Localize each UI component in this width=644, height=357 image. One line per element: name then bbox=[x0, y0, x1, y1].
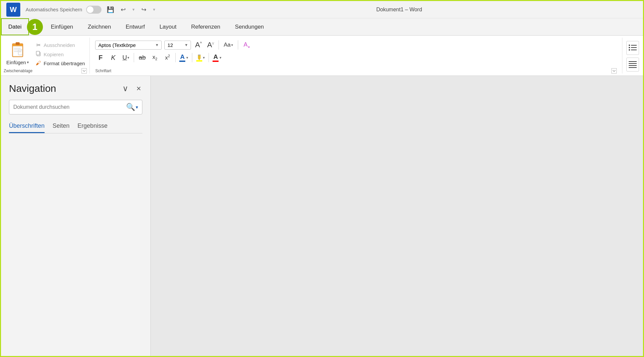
font-underline-label: A bbox=[214, 53, 218, 61]
svg-rect-8 bbox=[19, 52, 21, 52]
tab-datei[interactable]: Datei bbox=[1, 18, 29, 35]
undo-arrow[interactable]: ▾ bbox=[131, 6, 136, 13]
font-underline-bar bbox=[213, 61, 219, 62]
document-title: Dokument1 – Word bbox=[161, 7, 638, 13]
svg-point-18 bbox=[629, 49, 630, 51]
svg-point-14 bbox=[629, 45, 630, 46]
font-shrink-button[interactable]: Av bbox=[206, 40, 216, 50]
nav-tab-seiten[interactable]: Seiten bbox=[53, 120, 70, 133]
word-logo: W bbox=[6, 3, 20, 17]
font-expand[interactable] bbox=[611, 68, 617, 74]
ribbon-tabs: Datei 1 Einfügen Zeichnen Entwurf Layout… bbox=[1, 18, 643, 36]
tab-zeichnen[interactable]: Zeichnen bbox=[80, 18, 118, 35]
font-underline-arrow: ▾ bbox=[220, 56, 222, 60]
font-color-button[interactable]: A ▾ bbox=[178, 52, 189, 63]
clear-format-icon: A✦ bbox=[243, 41, 250, 49]
search-input[interactable] bbox=[13, 104, 123, 110]
font-row2: F K U ▾ ab x2 x2 bbox=[95, 52, 617, 63]
format-paint-label: Format übertragen bbox=[44, 61, 85, 66]
document-content bbox=[151, 76, 643, 357]
paste-label: Einfügen bbox=[6, 60, 26, 65]
cut-label: Ausschneiden bbox=[44, 42, 75, 48]
highlight-color-button[interactable]: ▾ bbox=[195, 53, 206, 63]
font-grow-button[interactable]: A^ bbox=[194, 40, 203, 50]
paste-icon bbox=[10, 40, 26, 59]
save-icon[interactable]: 💾 bbox=[105, 5, 115, 15]
font-size-arrow: ▼ bbox=[185, 43, 188, 47]
aa-arrow: ▾ bbox=[231, 43, 233, 47]
divider6 bbox=[209, 53, 209, 62]
font-size-select[interactable]: 12 ▼ bbox=[164, 41, 191, 50]
nav-icons: ∨ × bbox=[121, 83, 142, 94]
search-icon: 🔍 bbox=[126, 103, 135, 111]
change-case-button[interactable]: Aa ▾ bbox=[222, 41, 235, 49]
navigation-panel: Navigation ∨ × 🔍 ▾ Überschriften Seiten … bbox=[1, 76, 151, 357]
align-icon bbox=[628, 59, 637, 69]
search-box: 🔍 ▾ bbox=[9, 100, 142, 114]
tab-badge-1: 1 bbox=[27, 19, 43, 35]
font-color-label: A bbox=[180, 53, 185, 61]
svg-point-16 bbox=[629, 47, 630, 48]
svg-rect-13 bbox=[198, 55, 200, 56]
align-button[interactable] bbox=[626, 58, 639, 72]
highlight-arrow: ▾ bbox=[203, 56, 205, 60]
divider4 bbox=[175, 53, 176, 62]
clipboard-section-label: Zwischenablage bbox=[4, 68, 87, 74]
svg-rect-1 bbox=[16, 42, 20, 45]
divider3 bbox=[134, 53, 134, 62]
search-icon-button[interactable]: 🔍 ▾ bbox=[126, 103, 138, 111]
undo-icon[interactable]: ↩ bbox=[119, 5, 127, 15]
superscript-button[interactable]: x2 bbox=[162, 52, 173, 63]
format-paint-button[interactable]: 🖌 Format übertragen bbox=[33, 59, 87, 67]
strikethrough-button[interactable]: ab bbox=[137, 52, 147, 63]
subscript-button[interactable]: x2 bbox=[149, 52, 160, 63]
tab-layout[interactable]: Layout bbox=[152, 18, 184, 35]
sub-label: x2 bbox=[152, 54, 157, 61]
underline-arrow: ▾ bbox=[127, 56, 129, 60]
strikethrough-label: ab bbox=[139, 54, 146, 61]
font-row1: Aptos (Textkörpe ▼ 12 ▼ A^ Av Aa ▾ bbox=[95, 40, 617, 50]
paragraph-section bbox=[622, 38, 643, 74]
svg-rect-6 bbox=[18, 50, 22, 55]
svg-rect-7 bbox=[19, 51, 22, 51]
nav-close-button[interactable]: × bbox=[135, 83, 142, 94]
clipboard-expand[interactable] bbox=[81, 68, 87, 74]
search-dropdown-arrow[interactable]: ▾ bbox=[136, 104, 138, 110]
tab-entwurf[interactable]: Entwurf bbox=[118, 18, 152, 35]
font-color-arrow: ▾ bbox=[186, 56, 188, 60]
highlight-icon bbox=[196, 54, 203, 60]
cut-button[interactable]: ✂ Ausschneiden bbox=[33, 41, 87, 49]
tab-sendungen[interactable]: Sendungen bbox=[228, 18, 271, 35]
copy-button[interactable]: Kopieren bbox=[33, 50, 87, 59]
tab-einfuegen[interactable]: Einfügen bbox=[44, 18, 80, 35]
bullet-list-icon bbox=[628, 43, 637, 52]
aa-label: Aa bbox=[224, 42, 231, 48]
ribbon-content: Einfügen ▾ ✂ Ausschneiden bbox=[1, 36, 643, 76]
bold-button[interactable]: F bbox=[95, 52, 106, 63]
sup-label: x2 bbox=[165, 54, 170, 61]
autosave-toggle[interactable] bbox=[86, 6, 101, 14]
underline-label: U bbox=[122, 54, 127, 61]
nav-collapse-button[interactable]: ∨ bbox=[121, 83, 130, 94]
clipboard-commands: ✂ Ausschneiden Kopieren 🖌 Format übertra… bbox=[33, 39, 87, 68]
nav-tabs: Überschriften Seiten Ergebnisse bbox=[9, 120, 142, 133]
nav-tab-ueberschriften[interactable]: Überschriften bbox=[9, 120, 45, 133]
font-underline-color-button[interactable]: A ▾ bbox=[212, 52, 223, 63]
highlight-bar bbox=[196, 60, 202, 62]
nav-tab-ergebnisse[interactable]: Ergebnisse bbox=[78, 120, 107, 133]
redo-arrow[interactable]: ▾ bbox=[152, 6, 157, 13]
clear-format-button[interactable]: A✦ bbox=[242, 40, 252, 50]
redo-icon[interactable]: ↪ bbox=[140, 5, 148, 15]
font-name-select[interactable]: Aptos (Textkörpe ▼ bbox=[95, 41, 162, 50]
italic-button[interactable]: K bbox=[108, 52, 118, 63]
paste-button[interactable]: Einfügen ▾ bbox=[4, 39, 32, 68]
nav-title-row: Navigation ∨ × bbox=[9, 83, 142, 94]
divider2 bbox=[238, 40, 238, 50]
bullet-list-button[interactable] bbox=[626, 41, 639, 55]
paste-dropdown-arrow[interactable]: ▾ bbox=[27, 60, 29, 65]
font-color-bar bbox=[179, 61, 185, 62]
underline-button[interactable]: U ▾ bbox=[120, 52, 131, 63]
divider5 bbox=[192, 53, 192, 62]
cut-icon: ✂ bbox=[35, 42, 42, 48]
tab-referenzen[interactable]: Referenzen bbox=[184, 18, 228, 35]
